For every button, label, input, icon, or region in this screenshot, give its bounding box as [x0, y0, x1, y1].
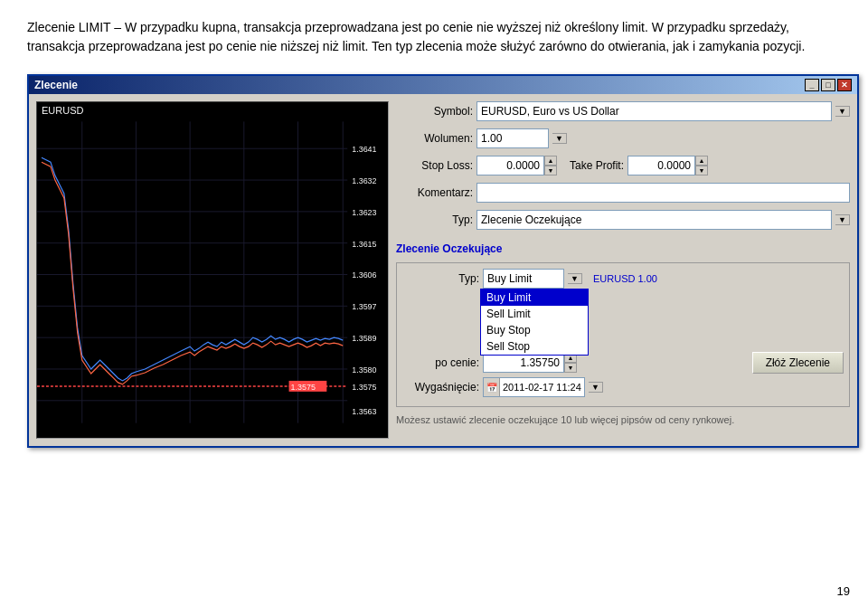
symbol-input[interactable] [476, 101, 832, 121]
dropdown-item-sell-stop[interactable]: Sell Stop [481, 338, 588, 355]
price-chart: 1.3641 1.3632 1.3623 1.3615 1.3606 1.359… [37, 102, 388, 438]
po-cenie-spin-buttons: ▲ ▼ [564, 353, 577, 373]
dialog-window: Zlecenie _ □ ✕ EURUSD [27, 74, 859, 448]
minimize-button[interactable]: _ [805, 79, 819, 91]
symbol-dropdown-btn[interactable]: ▼ [835, 106, 850, 117]
stoploss-up-btn[interactable]: ▲ [544, 156, 557, 166]
pending-typ-label: Typ: [402, 272, 479, 285]
pending-typ-dropdown-list: Buy Limit Sell Limit Buy Stop Sell Stop [480, 289, 589, 356]
stoploss-spinbox: ▲ ▼ [476, 156, 557, 175]
po-cenie-row: po cenie: ▲ ▼ Złóż Zlecenie [402, 352, 844, 374]
typ-row: Typ: ▼ [396, 210, 850, 230]
page-number: 19 [837, 584, 850, 598]
wolumen-label: Wolumen: [396, 132, 473, 145]
svg-text:1.3623: 1.3623 [352, 208, 376, 217]
wygasniecie-label: Wygaśnięcie: [402, 381, 479, 394]
svg-text:1.3563: 1.3563 [352, 407, 376, 416]
typ-input[interactable] [476, 210, 832, 230]
pending-typ-input[interactable] [483, 269, 564, 289]
svg-text:1.3589: 1.3589 [352, 334, 376, 343]
wolumen-input[interactable] [476, 128, 549, 148]
svg-text:1.3575: 1.3575 [291, 383, 316, 392]
dropdown-item-sell-limit[interactable]: Sell Limit [481, 306, 588, 322]
restore-button[interactable]: □ [821, 79, 835, 91]
takeprofit-down-btn[interactable]: ▼ [695, 166, 708, 175]
pending-typ-dropdown-btn[interactable]: ▼ [568, 273, 582, 284]
takeprofit-spin-buttons: ▲ ▼ [695, 156, 708, 175]
window-body: EURUSD [29, 94, 857, 446]
svg-text:1.3580: 1.3580 [352, 365, 376, 375]
pending-typ-row: Typ: ▼ EURUSD 1.00 Buy Limit Sell Limit … [402, 269, 844, 289]
typ-label: Typ: [396, 213, 473, 226]
pending-section-label: Zlecenie Oczekujące [396, 241, 850, 257]
wolumen-row: Wolumen: ▼ [396, 128, 850, 148]
typ-dropdown-btn[interactable]: ▼ [835, 214, 850, 225]
komentarz-row: Komentarz: [396, 183, 850, 203]
svg-text:1.3606: 1.3606 [352, 271, 376, 280]
takeprofit-up-btn[interactable]: ▲ [695, 156, 708, 166]
chart-area: EURUSD [36, 101, 389, 439]
stoploss-row: Stop Loss: ▲ ▼ Take Profit: ▲ ▼ [396, 156, 850, 175]
stoploss-spin-buttons: ▲ ▼ [544, 156, 557, 175]
close-button[interactable]: ✕ [837, 79, 852, 91]
right-panel: Symbol: ▼ Wolumen: ▼ Stop Loss: [396, 101, 850, 439]
dropdown-item-buy-limit[interactable]: Buy Limit [481, 289, 588, 306]
stoploss-down-btn[interactable]: ▼ [544, 166, 557, 175]
svg-text:1.3615: 1.3615 [352, 240, 376, 249]
stoploss-input[interactable] [476, 156, 544, 175]
symbol-row: Symbol: ▼ [396, 101, 850, 121]
svg-text:1.3575: 1.3575 [352, 383, 376, 392]
komentarz-label: Komentarz: [396, 186, 473, 199]
wygasniecie-date-text: 2011-02-17 11:24 [500, 382, 584, 393]
takeprofit-input[interactable] [627, 156, 695, 175]
svg-text:1.3632: 1.3632 [352, 176, 376, 185]
info-text: Możesz ustawić zlecenie oczekujące 10 lu… [396, 414, 850, 425]
takeprofit-spinbox: ▲ ▼ [627, 156, 708, 175]
po-cenie-label: po cenie: [402, 356, 479, 369]
po-cenie-input[interactable] [483, 353, 564, 373]
po-cenie-down-btn[interactable]: ▼ [564, 363, 577, 373]
paragraph: Zlecenie LIMIT – W przypadku kupna, tran… [27, 20, 805, 53]
description-text: Zlecenie LIMIT – W przypadku kupna, tran… [27, 18, 841, 56]
takeprofit-label: Take Profit: [570, 159, 624, 172]
calendar-icon[interactable]: 📅 [484, 378, 500, 396]
wygasniecie-dropdown-btn[interactable]: ▼ [589, 382, 603, 393]
pending-section: Typ: ▼ EURUSD 1.00 Buy Limit Sell Limit … [396, 262, 850, 407]
window-title: Zlecenie [34, 79, 78, 91]
svg-text:1.3641: 1.3641 [352, 145, 376, 154]
po-cenie-spinbox: ▲ ▼ [483, 353, 577, 373]
pending-price-info: EURUSD 1.00 [593, 273, 657, 284]
wygasniecie-row: Wygaśnięcie: 📅 2011-02-17 11:24 ▼ [402, 377, 844, 397]
wygasniecie-date-input[interactable]: 📅 2011-02-17 11:24 [483, 377, 585, 397]
stoploss-label: Stop Loss: [396, 159, 473, 172]
svg-text:1.3597: 1.3597 [352, 302, 376, 311]
dropdown-item-buy-stop[interactable]: Buy Stop [481, 322, 588, 338]
window-controls: _ □ ✕ [805, 79, 852, 91]
chart-symbol-label: EURUSD [42, 105, 83, 116]
wolumen-dropdown-btn[interactable]: ▼ [552, 133, 567, 144]
window-titlebar: Zlecenie _ □ ✕ [29, 76, 857, 94]
komentarz-input[interactable] [476, 183, 850, 203]
symbol-label: Symbol: [396, 105, 473, 118]
submit-button[interactable]: Złóż Zlecenie [752, 352, 844, 374]
